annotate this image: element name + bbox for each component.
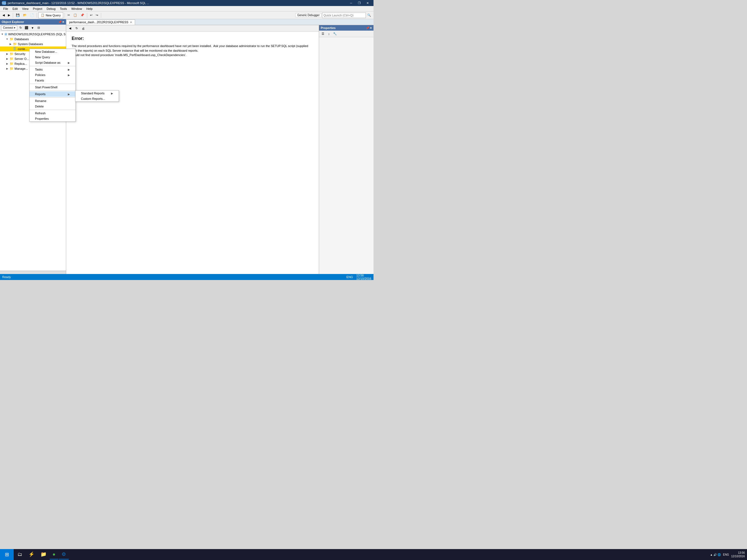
ctx-script-database-arrow: ▶ xyxy=(68,61,70,64)
title-bar: SQL performance_dashboard_main - 12/10/2… xyxy=(0,0,374,6)
ctx-tasks-label: Tasks xyxy=(35,68,43,71)
search-icon-button[interactable]: 🔍 xyxy=(366,12,372,18)
toolbar-save-btn[interactable]: 💾 xyxy=(15,12,21,18)
system-databases-label: System Databases xyxy=(18,42,43,46)
properties-close-icon[interactable]: ✕ xyxy=(370,27,372,29)
close-button[interactable]: ✕ xyxy=(364,1,371,5)
connect-button[interactable]: Connect ▾ xyxy=(1,25,17,30)
menu-window[interactable]: Window xyxy=(69,6,84,11)
ctx-reports[interactable]: Reports ▶ xyxy=(29,91,75,97)
properties-sort-btn[interactable]: ↕ xyxy=(326,31,332,36)
main-tab[interactable]: performance_dash...2012R2\SQLEXPRESS ✕ xyxy=(66,19,135,25)
generic-debugger-label: Generic Debugger xyxy=(295,13,321,17)
menu-tools[interactable]: Tools xyxy=(58,6,69,11)
ctx-new-query[interactable]: New Query xyxy=(29,54,75,60)
menu-view[interactable]: View xyxy=(20,6,31,11)
title-bar-left: SQL performance_dashboard_main - 12/10/2… xyxy=(2,1,149,5)
ctx-new-database[interactable]: New Database... xyxy=(29,49,75,54)
ctx-standard-reports-arrow: ▶ xyxy=(111,92,113,95)
ctx-start-powershell[interactable]: Start PowerShell xyxy=(29,84,75,90)
ctx-reports-arrow: ▶ xyxy=(68,93,70,96)
content-area: ◀ ↻ 🖨 Error: The stored procedures and f… xyxy=(66,25,319,274)
toolbar-sep-5 xyxy=(101,13,101,18)
databases-icon: 📁 xyxy=(9,37,14,41)
oe-collapse-btn[interactable]: ⊟ xyxy=(36,25,41,30)
system-databases-expander[interactable]: ▶ xyxy=(9,42,12,46)
server-expander[interactable]: ▼ xyxy=(1,32,4,36)
content-back-btn[interactable]: ◀ xyxy=(67,26,73,31)
ctx-standard-reports[interactable]: Standard Reports ▶ xyxy=(75,91,119,96)
tab-close-button[interactable]: ✕ xyxy=(130,21,132,24)
databases-node[interactable]: ▼ 📁 Databases xyxy=(0,36,66,42)
ctx-tasks[interactable]: Tasks ▶ xyxy=(29,67,75,72)
toolbar-undo-btn[interactable]: ↩ xyxy=(88,12,94,18)
quick-launch-input[interactable] xyxy=(322,12,366,18)
panel-close-icon[interactable]: ✕ xyxy=(62,21,64,24)
management-expander[interactable]: ▶ xyxy=(5,67,9,70)
ctx-policies[interactable]: Policies ▶ xyxy=(29,72,75,78)
context-menu: New Database... New Query Script Databas… xyxy=(29,49,76,122)
ctx-properties[interactable]: Properties xyxy=(29,116,75,121)
selected-db-expander[interactable] xyxy=(9,47,12,51)
oe-refresh-btn[interactable]: ↻ xyxy=(18,25,23,30)
server-node[interactable]: ▼ 🖥 WINDOWS2012R2\SQLEXPRESS (SQL S... xyxy=(0,32,66,36)
ctx-refresh-label: Refresh xyxy=(35,111,46,115)
ctx-standard-reports-label: Standard Reports xyxy=(81,92,104,95)
toolbar-cut-btn[interactable]: ✂ xyxy=(66,12,71,18)
menu-project[interactable]: Project xyxy=(31,6,44,11)
databases-expander[interactable]: ▼ xyxy=(5,37,9,41)
toolbar-new-btn[interactable]: 📄 xyxy=(29,12,35,18)
server-objects-expander[interactable]: ▶ xyxy=(5,57,9,60)
restore-button[interactable]: ❐ xyxy=(356,1,363,5)
oe-scrollbar[interactable] xyxy=(0,271,66,274)
status-text: Ready xyxy=(2,275,11,279)
menu-edit[interactable]: Edit xyxy=(10,6,20,11)
toolbar-search-area: 🔍 xyxy=(322,12,372,18)
minimize-button[interactable]: ─ xyxy=(347,1,355,5)
toolbar-redo-btn[interactable]: ↪ xyxy=(94,12,100,18)
status-date: 12/10/2016 xyxy=(356,277,371,280)
properties-panel: Properties 📌 ✕ ☰ ↕ 🔧 xyxy=(319,25,374,274)
selected-db-label: conte... xyxy=(18,47,28,51)
ctx-rename[interactable]: Rename xyxy=(29,98,75,104)
menu-file[interactable]: File xyxy=(1,6,10,11)
ctx-sep-2 xyxy=(29,84,75,84)
menu-help[interactable]: Help xyxy=(84,6,95,11)
status-time: 13:56 xyxy=(356,274,364,277)
tab-label: performance_dash...2012R2\SQLEXPRESS xyxy=(69,21,128,24)
ctx-delete[interactable]: Delete xyxy=(29,104,75,109)
ctx-properties-label: Properties xyxy=(35,117,49,120)
ctx-facets[interactable]: Facets xyxy=(29,78,75,83)
ctx-refresh[interactable]: Refresh xyxy=(29,110,75,116)
properties-wrench-btn[interactable]: 🔧 xyxy=(332,31,338,36)
ctx-custom-reports[interactable]: Custom Reports... xyxy=(75,96,119,101)
security-expander[interactable]: ▶ xyxy=(5,52,9,55)
oe-stop-btn[interactable]: ⬛ xyxy=(24,25,29,30)
replication-label: Replica... xyxy=(15,62,27,65)
ctx-facets-label: Facets xyxy=(35,79,44,82)
toolbar-forward-btn[interactable]: ▶ xyxy=(6,12,11,18)
toolbar-open-btn[interactable]: 📂 xyxy=(22,12,28,18)
oe-filter-btn[interactable]: ▼ xyxy=(30,25,35,30)
menu-bar: File Edit View Project Debug Tools Windo… xyxy=(0,6,374,11)
properties-toolbar: ☰ ↕ 🔧 xyxy=(319,31,374,37)
toolbar-paste-btn[interactable]: 📌 xyxy=(79,12,85,18)
main-toolbar: ◀ ▶ 💾 📂 📄 📋 New Query ✂ 📋 📌 ↩ ↪ Generic … xyxy=(0,11,374,19)
properties-header-controls: 📌 ✕ xyxy=(366,27,372,29)
content-toolbar: ◀ ↻ 🖨 xyxy=(66,25,319,32)
menu-debug[interactable]: Debug xyxy=(45,6,58,11)
ctx-new-database-label: New Database... xyxy=(35,50,57,53)
system-databases-node[interactable]: ▶ 📁 System Databases xyxy=(0,42,66,47)
properties-grid-btn[interactable]: ☰ xyxy=(320,31,326,36)
ctx-sep-4 xyxy=(29,97,75,98)
toolbar-copy-btn[interactable]: 📋 xyxy=(72,12,78,18)
tab-bar: performance_dash...2012R2\SQLEXPRESS ✕ xyxy=(66,19,374,25)
toolbar-back-btn[interactable]: ◀ xyxy=(1,12,6,18)
management-label: Manage... xyxy=(15,67,28,70)
new-query-button[interactable]: 📋 New Query xyxy=(38,12,63,18)
content-refresh-btn[interactable]: ↻ xyxy=(74,26,79,31)
content-print-btn[interactable]: 🖨 xyxy=(80,26,86,31)
properties-content xyxy=(319,37,374,274)
replication-expander[interactable]: ▶ xyxy=(5,62,9,65)
ctx-script-database[interactable]: Script Database as ▶ xyxy=(29,60,75,65)
